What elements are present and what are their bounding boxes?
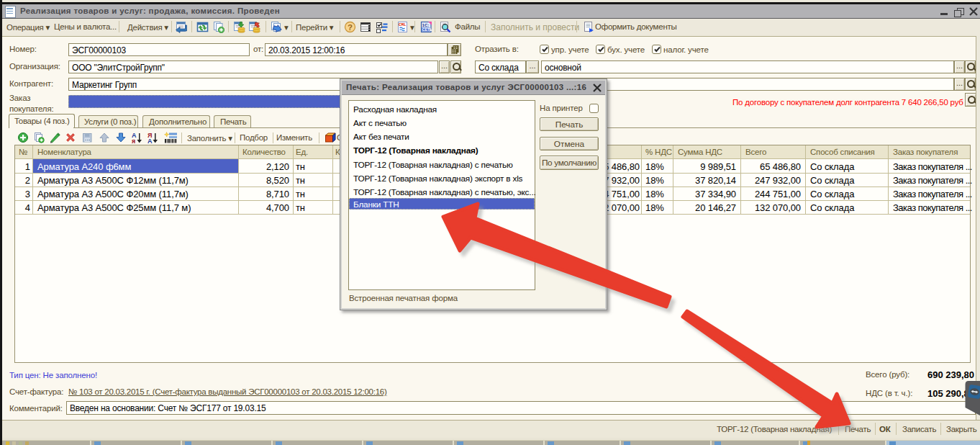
svg-text:А: А: [148, 138, 153, 143]
svg-text:я: я: [132, 138, 135, 143]
svg-text:?: ?: [348, 23, 353, 32]
svg-text:CML: CML: [399, 22, 407, 27]
svg-text:СЕТЬ: СЕТЬ: [422, 27, 432, 32]
